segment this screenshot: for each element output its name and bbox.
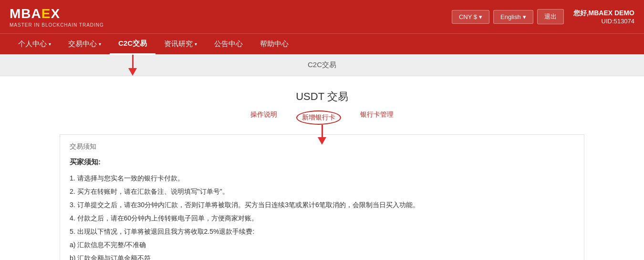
list-item: 5. 出现以下情况，订单将被退回且我方将收取2.5%退款手续费: [70,225,574,238]
header-controls: CNY $ ▾ English ▾ 退出 您好,MBAEX DEMO UID:5… [452,9,634,25]
list-item: 4. 付款之后，请在60分钟内上传转账电子回单，方便商家对账。 [70,211,574,225]
chevron-down-icon: ▾ [523,13,526,20]
list-item: 3. 订单提交之后，请在30分钟内汇款，否则订单将被取消。买方当日连续3笔或累计… [70,198,574,211]
nav-item-trading-center[interactable]: 交易中心 ▾ [60,34,110,55]
buyer-rules-list: 1. 请选择与您实名一致的银行卡付款。 2. 买方在转账时，请在汇款备注、说明填… [70,171,574,260]
link-bank-card-management[interactable]: 银行卡管理 [360,110,394,125]
currency-selector[interactable]: CNY $ ▾ [452,10,489,24]
list-item: 1. 请选择与您实名一致的银行卡付款。 [70,171,574,185]
user-id: UID:513074 [573,18,634,25]
notice-title: 交易须知 [70,142,574,151]
nav-item-news[interactable]: 资讯研究 ▾ [156,34,206,55]
list-item: b) 汇款金额与订单金额不符 [70,251,574,260]
chevron-down-icon: ▾ [195,41,197,47]
notice-box: 交易须知 买家须知: 1. 请选择与您实名一致的银行卡付款。 2. 买方在转账时… [60,134,584,260]
username: 您好,MBAEX DEMO [573,9,634,18]
usdt-title: USDT 交易 [29,86,615,104]
link-operation-guide[interactable]: 操作说明 [250,110,277,125]
logo: MBAEX MASTER IN BLOCKCHAIN TRADING [10,6,104,28]
link-add-bank-card[interactable]: 新增银行卡 [296,110,341,125]
nav-item-help[interactable]: 帮助中心 [251,34,297,55]
buyer-section-title: 买家须知: [70,158,574,167]
main-content: USDT 交易 操作说明 新增银行卡 银行卡管理 交易须知 买家须知: 1. 请… [0,76,644,260]
chevron-down-icon: ▾ [49,41,51,47]
chevron-down-icon: ▾ [479,13,482,20]
logo-text: MBAEX [10,6,104,21]
list-item: 2. 买方在转账时，请在汇款备注、说明填写"订单号"。 [70,185,574,198]
usdt-links: 操作说明 新增银行卡 银行卡管理 [29,110,615,125]
chevron-down-icon: ▾ [99,41,101,47]
list-item: a) 汇款信息不完整/不准确 [70,238,574,251]
main-nav: 个人中心 ▾ 交易中心 ▾ C2C交易 资讯研究 ▾ 公告中心 帮助中心 [0,33,644,54]
nav-item-c2c[interactable]: C2C交易 [110,34,156,55]
header: MBAEX MASTER IN BLOCKCHAIN TRADING CNY $… [0,0,644,33]
page-title-bar: C2C交易 [0,54,644,76]
page-title: C2C交易 [308,60,336,70]
logo-subtitle: MASTER IN BLOCKCHAIN TRADING [10,22,104,28]
logout-button[interactable]: 退出 [537,9,564,24]
language-selector[interactable]: English ▾ [493,10,533,24]
nav-item-personal-center[interactable]: 个人中心 ▾ [10,34,60,55]
user-info: 您好,MBAEX DEMO UID:513074 [573,9,634,25]
nav-item-announcements[interactable]: 公告中心 [206,34,251,55]
